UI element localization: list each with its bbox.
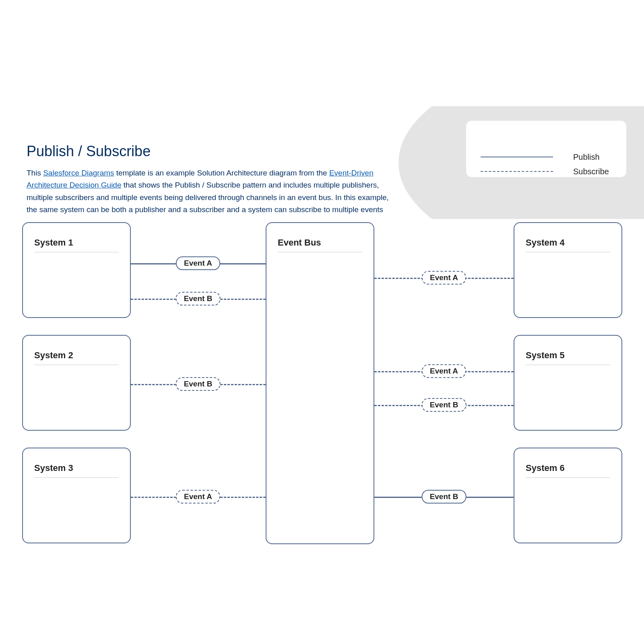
desc-text: template is an example Solution Architec… (114, 169, 329, 177)
node-label: System 4 (526, 237, 610, 252)
node-system-4[interactable]: System 4 (514, 222, 622, 318)
legend-row-subscribe: Subscribe (481, 167, 609, 176)
legend-label-publish: Publish (573, 153, 600, 162)
node-label: System 5 (526, 350, 610, 365)
diagram-title: Publish / Subscribe (27, 143, 397, 160)
desc-text: This (27, 169, 43, 177)
node-label: System 6 (526, 463, 610, 478)
node-event-bus[interactable]: Event Bus (266, 222, 374, 544)
node-label: Event Bus (278, 237, 362, 252)
edge-label-s5-subscribe-a[interactable]: Event A (422, 364, 466, 378)
diagram-canvas: Publish / Subscribe This Salesforce Diag… (0, 0, 644, 644)
edge-label-s3-subscribe[interactable]: Event A (176, 490, 220, 504)
node-label: System 3 (34, 463, 119, 478)
node-system-6[interactable]: System 6 (514, 448, 622, 543)
node-system-2[interactable]: System 2 (22, 335, 131, 431)
legend-row-publish: Publish (481, 152, 600, 162)
legend-line-dashed (481, 171, 553, 172)
edge-label-s4-subscribe[interactable]: Event A (422, 271, 466, 285)
legend-line-solid (481, 157, 553, 157)
node-label: System 1 (34, 237, 119, 252)
edge-label-s2-subscribe[interactable]: Event B (176, 377, 221, 391)
legend-label-subscribe: Subscribe (573, 167, 609, 176)
edge-label-s1-publish[interactable]: Event A (176, 256, 220, 270)
node-system-1[interactable]: System 1 (22, 222, 131, 318)
link-salesforce-diagrams[interactable]: Salesforce Diagrams (43, 169, 114, 177)
header-block: Publish / Subscribe This Salesforce Diag… (27, 143, 397, 216)
edge-label-s5-subscribe-b[interactable]: Event B (422, 398, 466, 412)
edge-label-s6-publish[interactable]: Event B (422, 490, 466, 504)
node-label: System 2 (34, 350, 119, 365)
diagram-description: This Salesforce Diagrams template is an … (27, 167, 397, 216)
node-system-3[interactable]: System 3 (22, 448, 131, 543)
node-system-5[interactable]: System 5 (514, 335, 622, 431)
edge-label-s1-subscribe[interactable]: Event B (176, 292, 221, 305)
